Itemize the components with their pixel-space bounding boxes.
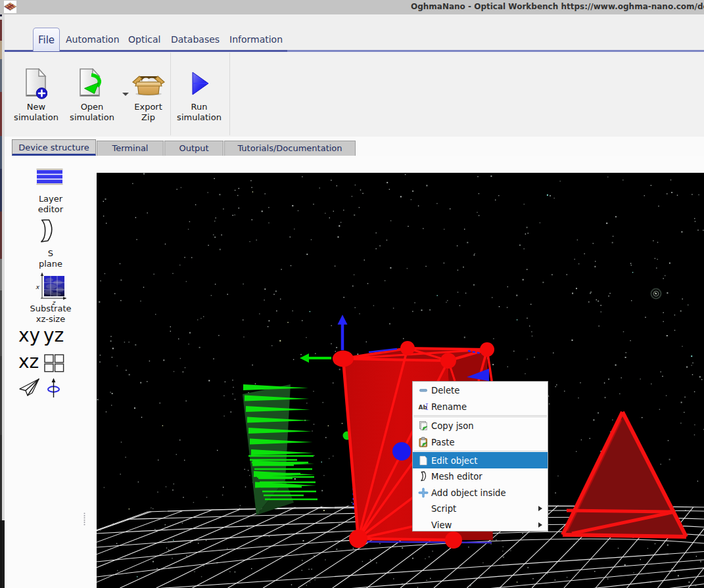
white-page-icon (418, 455, 429, 466)
menu-item-copy-json[interactable]: Copy json (413, 418, 548, 434)
open-simulation-button[interactable]: Open simulation (62, 52, 122, 135)
paper-plane-icon[interactable] (19, 378, 40, 399)
device-structure-pane: Layereditor Splane x z Substratexz-size … (5, 156, 704, 588)
view-xz-button[interactable]: xz (18, 351, 39, 373)
view-tab-bar: Device structure Terminal Output Tutoria… (5, 137, 704, 156)
open-simulation-label: Open (81, 102, 104, 112)
new-simulation-label: New (27, 102, 45, 112)
substrate-label: Substratexz-size (5, 304, 97, 324)
menu-item-label: Paste (431, 438, 455, 447)
tab-tutorials-documentation[interactable]: Tutorials/Documentation (224, 141, 356, 156)
run-simulation-label2: simulation (177, 112, 222, 122)
open-simulation-label2: simulation (70, 112, 114, 122)
paste-clipboard-icon (418, 437, 429, 447)
s-plane-button[interactable] (40, 219, 54, 246)
main-toolbar: New simulation Open simulation Export Zi… (5, 52, 704, 137)
svg-text:x: x (35, 284, 40, 290)
menu-item-add-object-inside[interactable]: Add object inside (413, 485, 548, 501)
blue-play-icon (173, 72, 225, 95)
menu-item-label: Delete (431, 386, 459, 396)
ribbon-accent-line (5, 50, 704, 52)
ribbon-tab-databases[interactable]: Databases (171, 34, 220, 45)
tab-terminal[interactable]: Terminal (97, 141, 164, 156)
new-simulation-button[interactable]: New simulation (7, 52, 66, 135)
app-window: File Automation Optical Databases Inform… (5, 14, 704, 588)
run-simulation-button[interactable]: Run simulation (173, 52, 225, 135)
menu-item-view[interactable]: View (413, 517, 548, 533)
open-document-green-arrow-icon (62, 68, 122, 101)
ribbon-tab-bar: File Automation Optical Databases Inform… (5, 14, 704, 50)
export-zip-label: Export (134, 102, 162, 112)
layer-editor-button[interactable] (36, 168, 63, 188)
app-window-icon (4, 1, 16, 13)
ribbon-tab-automation[interactable]: Automation (66, 34, 120, 45)
rename-ab-cursor-icon: Ab (418, 401, 429, 412)
tab-output[interactable]: Output (164, 141, 223, 156)
menu-item-paste[interactable]: Paste (413, 434, 548, 451)
new-simulation-label2: simulation (14, 112, 59, 122)
blue-plus-icon (418, 487, 429, 498)
sidebar-toolbox: Layereditor Splane x z Substratexz-size … (5, 156, 97, 588)
menu-separator (413, 415, 547, 416)
context-menu: DeleteAb Rename Copy json PasteEdit obje… (412, 381, 548, 531)
window-titlebar[interactable]: OghmaNano - Optical Workbench https://ww… (0, 0, 704, 14)
menu-item-rename[interactable]: Ab Rename (413, 399, 548, 415)
new-document-plus-icon (7, 68, 66, 101)
ribbon-tab-information[interactable]: Information (229, 34, 283, 45)
export-zip-button[interactable]: Export Zip (119, 52, 177, 135)
run-simulation-label: Run (191, 102, 208, 112)
minus-icon (418, 385, 429, 396)
menu-item-script[interactable]: Script (413, 501, 548, 517)
menu-item-label: Add object inside (431, 487, 506, 497)
menu-item-edit-object[interactable]: Edit object (413, 452, 548, 468)
menu-separator (413, 451, 547, 451)
ribbon-tab-optical[interactable]: Optical (128, 34, 160, 45)
ribbon-tab-file[interactable]: File (33, 28, 60, 51)
3d-scene (97, 173, 704, 588)
menu-item-label: View (431, 520, 452, 530)
menu-item-label: Mesh editor (431, 472, 482, 482)
menu-separator (413, 417, 547, 417)
menu-item-label: Rename (431, 401, 467, 411)
menu-item-delete[interactable]: Delete (413, 382, 548, 399)
rotate-axis-icon[interactable] (46, 378, 62, 401)
splitter-handle[interactable] (83, 512, 85, 526)
view-yz-button[interactable]: yz (43, 325, 64, 346)
3d-viewport[interactable] (97, 173, 704, 588)
grid-2x2-icon[interactable] (44, 354, 64, 375)
menu-item-label: Script (431, 504, 456, 514)
export-zip-label2: Zip (141, 112, 155, 122)
desktop-edge-strip (0, 14, 5, 588)
curved-plane-small-icon (418, 471, 429, 482)
open-box-icon (119, 74, 177, 100)
menu-item-mesh-editor[interactable]: Mesh editor (413, 468, 548, 485)
copy-page-icon (418, 420, 429, 431)
s-plane-label: Splane (5, 248, 97, 269)
menu-item-label: Edit object (431, 455, 477, 465)
layer-editor-label: Layereditor (5, 194, 97, 214)
view-xy-button[interactable]: xy (18, 325, 40, 346)
submenu-arrow-icon (538, 506, 542, 511)
menu-item-label: Copy json (431, 421, 474, 431)
tab-device-structure[interactable]: Device structure (12, 139, 96, 156)
toolbar-separator-2 (229, 53, 230, 135)
submenu-arrow-icon (538, 522, 542, 528)
toolbar-separator-1 (170, 53, 171, 135)
window-title: OghmaNano - Optical Workbench https://ww… (411, 2, 704, 11)
